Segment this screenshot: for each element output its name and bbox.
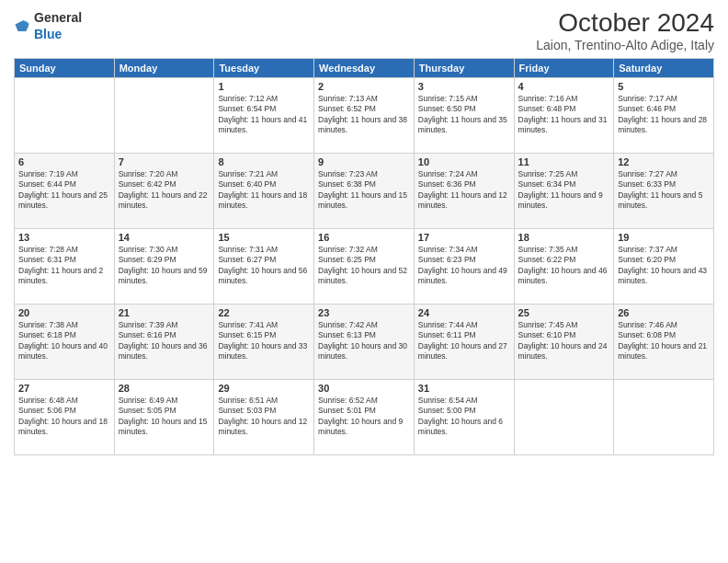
sunrise-label: Sunrise: 7:24 AM — [418, 169, 478, 178]
weekday-header: Saturday — [614, 58, 714, 77]
sunset-label: Sunset: 5:03 PM — [218, 406, 276, 415]
sunset-label: Sunset: 6:10 PM — [518, 330, 576, 339]
day-number: 1 — [218, 81, 310, 92]
sunset-label: Sunset: 5:06 PM — [18, 406, 76, 415]
day-info: Sunrise: 7:46 AM Sunset: 6:08 PM Dayligh… — [618, 320, 710, 362]
sunset-label: Sunset: 6:16 PM — [119, 330, 176, 339]
page: General Blue October 2024 Laion, Trentin… — [0, 0, 728, 563]
calendar-day-cell: 7 Sunrise: 7:20 AM Sunset: 6:42 PM Dayli… — [114, 153, 214, 228]
day-info: Sunrise: 7:38 AM Sunset: 6:18 PM Dayligh… — [18, 320, 110, 362]
calendar-day-cell: 18 Sunrise: 7:35 AM Sunset: 6:22 PM Dayl… — [514, 228, 614, 304]
calendar-header-row: SundayMondayTuesdayWednesdayThursdayFrid… — [15, 58, 714, 77]
daylight-label: Daylight: 11 hours and 38 minutes. — [318, 115, 407, 134]
day-number: 13 — [18, 232, 110, 243]
sunset-label: Sunset: 5:05 PM — [119, 406, 176, 415]
sunrise-label: Sunrise: 6:49 AM — [119, 396, 178, 405]
sunrise-label: Sunrise: 7:42 AM — [318, 320, 378, 329]
sunset-label: Sunset: 6:23 PM — [418, 255, 476, 264]
day-number: 20 — [18, 307, 110, 318]
sunrise-label: Sunrise: 7:34 AM — [418, 245, 478, 254]
day-info: Sunrise: 6:48 AM Sunset: 5:06 PM Dayligh… — [18, 396, 110, 438]
day-number: 29 — [218, 383, 310, 394]
sunrise-label: Sunrise: 7:45 AM — [518, 320, 578, 329]
day-info: Sunrise: 7:13 AM Sunset: 6:52 PM Dayligh… — [318, 94, 410, 136]
calendar-day-cell: 15 Sunrise: 7:31 AM Sunset: 6:27 PM Dayl… — [214, 228, 314, 304]
sunset-label: Sunset: 6:54 PM — [218, 104, 276, 113]
sunset-label: Sunset: 6:22 PM — [518, 255, 576, 264]
day-info: Sunrise: 7:25 AM Sunset: 6:34 PM Dayligh… — [518, 169, 610, 212]
day-number: 3 — [418, 81, 510, 92]
day-number: 10 — [418, 156, 510, 167]
sunset-label: Sunset: 6:33 PM — [618, 179, 676, 189]
weekday-header: Thursday — [414, 58, 514, 77]
sunrise-label: Sunrise: 7:30 AM — [119, 245, 178, 254]
day-info: Sunrise: 6:54 AM Sunset: 5:00 PM Dayligh… — [418, 396, 510, 438]
calendar-day-cell — [614, 379, 714, 454]
daylight-label: Daylight: 10 hours and 6 minutes. — [418, 417, 503, 436]
calendar-day-cell: 9 Sunrise: 7:23 AM Sunset: 6:38 PM Dayli… — [314, 153, 415, 228]
day-number: 26 — [618, 307, 710, 318]
daylight-label: Daylight: 11 hours and 18 minutes. — [218, 190, 307, 210]
day-number: 24 — [418, 307, 510, 318]
sunrise-label: Sunrise: 7:23 AM — [318, 169, 378, 178]
calendar-day-cell: 29 Sunrise: 6:51 AM Sunset: 5:03 PM Dayl… — [214, 379, 314, 454]
sunset-label: Sunset: 6:18 PM — [18, 330, 76, 339]
day-info: Sunrise: 7:31 AM Sunset: 6:27 PM Dayligh… — [218, 245, 310, 287]
sunset-label: Sunset: 5:00 PM — [418, 406, 476, 415]
day-info: Sunrise: 7:41 AM Sunset: 6:15 PM Dayligh… — [218, 320, 310, 362]
daylight-label: Daylight: 11 hours and 15 minutes. — [318, 190, 407, 210]
day-info: Sunrise: 7:35 AM Sunset: 6:22 PM Dayligh… — [518, 245, 610, 287]
day-number: 12 — [618, 156, 710, 167]
day-info: Sunrise: 7:19 AM Sunset: 6:44 PM Dayligh… — [18, 169, 110, 212]
sunrise-label: Sunrise: 7:12 AM — [218, 94, 278, 103]
day-number: 5 — [618, 81, 710, 92]
calendar-week-row: 13 Sunrise: 7:28 AM Sunset: 6:31 PM Dayl… — [15, 228, 714, 304]
calendar-day-cell: 12 Sunrise: 7:27 AM Sunset: 6:33 PM Dayl… — [614, 153, 714, 228]
sunset-label: Sunset: 6:13 PM — [318, 330, 376, 339]
day-number: 21 — [119, 307, 210, 318]
daylight-label: Daylight: 11 hours and 9 minutes. — [518, 190, 603, 210]
daylight-label: Daylight: 10 hours and 30 minutes. — [318, 341, 407, 361]
calendar-day-cell: 19 Sunrise: 7:37 AM Sunset: 6:20 PM Dayl… — [614, 228, 714, 304]
weekday-header: Friday — [514, 58, 614, 77]
weekday-header: Sunday — [15, 58, 115, 77]
sunset-label: Sunset: 6:46 PM — [618, 104, 676, 113]
sunset-label: Sunset: 6:38 PM — [318, 179, 376, 189]
day-number: 6 — [18, 156, 110, 167]
day-info: Sunrise: 6:52 AM Sunset: 5:01 PM Dayligh… — [318, 396, 410, 438]
calendar-day-cell: 21 Sunrise: 7:39 AM Sunset: 6:16 PM Dayl… — [114, 304, 214, 379]
sunrise-label: Sunrise: 7:27 AM — [618, 169, 677, 178]
calendar-week-row: 20 Sunrise: 7:38 AM Sunset: 6:18 PM Dayl… — [15, 304, 714, 379]
day-info: Sunrise: 7:24 AM Sunset: 6:36 PM Dayligh… — [418, 169, 510, 212]
daylight-label: Daylight: 10 hours and 15 minutes. — [119, 417, 208, 436]
day-info: Sunrise: 6:49 AM Sunset: 5:05 PM Dayligh… — [119, 396, 210, 438]
sunset-label: Sunset: 6:31 PM — [18, 255, 76, 264]
sunset-label: Sunset: 5:01 PM — [318, 406, 376, 415]
calendar-week-row: 6 Sunrise: 7:19 AM Sunset: 6:44 PM Dayli… — [15, 153, 714, 228]
logo: General Blue — [14, 9, 82, 42]
daylight-label: Daylight: 11 hours and 5 minutes. — [618, 190, 702, 210]
title-section: October 2024 Laion, Trentino-Alto Adige,… — [536, 9, 714, 52]
calendar-day-cell: 14 Sunrise: 7:30 AM Sunset: 6:29 PM Dayl… — [114, 228, 214, 304]
sunset-label: Sunset: 6:52 PM — [318, 104, 376, 113]
daylight-label: Daylight: 10 hours and 21 minutes. — [618, 341, 707, 361]
daylight-label: Daylight: 10 hours and 9 minutes. — [318, 417, 403, 436]
calendar-table: SundayMondayTuesdayWednesdayThursdayFrid… — [14, 58, 714, 455]
calendar-day-cell: 17 Sunrise: 7:34 AM Sunset: 6:23 PM Dayl… — [414, 228, 514, 304]
day-number: 7 — [119, 156, 210, 167]
daylight-label: Daylight: 10 hours and 18 minutes. — [18, 417, 108, 436]
day-info: Sunrise: 7:27 AM Sunset: 6:33 PM Dayligh… — [618, 169, 710, 212]
sunrise-label: Sunrise: 7:41 AM — [218, 320, 278, 329]
calendar-day-cell: 30 Sunrise: 6:52 AM Sunset: 5:01 PM Dayl… — [314, 379, 415, 454]
sunrise-label: Sunrise: 7:38 AM — [18, 320, 78, 329]
weekday-header: Wednesday — [314, 58, 415, 77]
day-info: Sunrise: 7:21 AM Sunset: 6:40 PM Dayligh… — [218, 169, 310, 212]
day-number: 28 — [119, 383, 210, 394]
day-info: Sunrise: 7:23 AM Sunset: 6:38 PM Dayligh… — [318, 169, 410, 212]
sunrise-label: Sunrise: 6:54 AM — [418, 396, 478, 405]
sunset-label: Sunset: 6:11 PM — [418, 330, 476, 339]
calendar-day-cell: 25 Sunrise: 7:45 AM Sunset: 6:10 PM Dayl… — [514, 304, 614, 379]
daylight-label: Daylight: 10 hours and 27 minutes. — [418, 341, 507, 361]
sunrise-label: Sunrise: 7:19 AM — [18, 169, 78, 178]
calendar-day-cell: 16 Sunrise: 7:32 AM Sunset: 6:25 PM Dayl… — [314, 228, 415, 304]
